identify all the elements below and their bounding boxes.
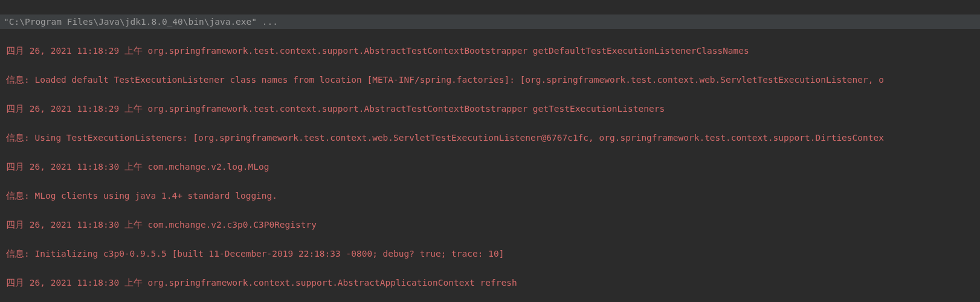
console-output[interactable]: "C:\Program Files\Java\jdk1.8.0_40\bin\j… — [0, 0, 980, 302]
log-line: 四月 26, 2021 11:18:30 上午 com.mchange.v2.c… — [0, 217, 980, 232]
log-line: 四月 26, 2021 11:18:29 上午 org.springframew… — [0, 101, 980, 116]
log-line: 四月 26, 2021 11:18:30 上午 org.springframew… — [0, 275, 980, 290]
log-line: 信息: Initializing c3p0-0.9.5.5 [built 11-… — [0, 246, 980, 261]
log-line: 信息: Loaded default TestExecutionListener… — [0, 72, 980, 87]
command-line-header: "C:\Program Files\Java\jdk1.8.0_40\bin\j… — [0, 14, 980, 29]
log-line: 四月 26, 2021 11:18:29 上午 org.springframew… — [0, 43, 980, 58]
log-line: 信息: Using TestExecutionListeners: [org.s… — [0, 130, 980, 145]
log-line: 四月 26, 2021 11:18:30 上午 com.mchange.v2.l… — [0, 159, 980, 174]
log-line: 信息: MLog clients using java 1.4+ standar… — [0, 188, 980, 203]
